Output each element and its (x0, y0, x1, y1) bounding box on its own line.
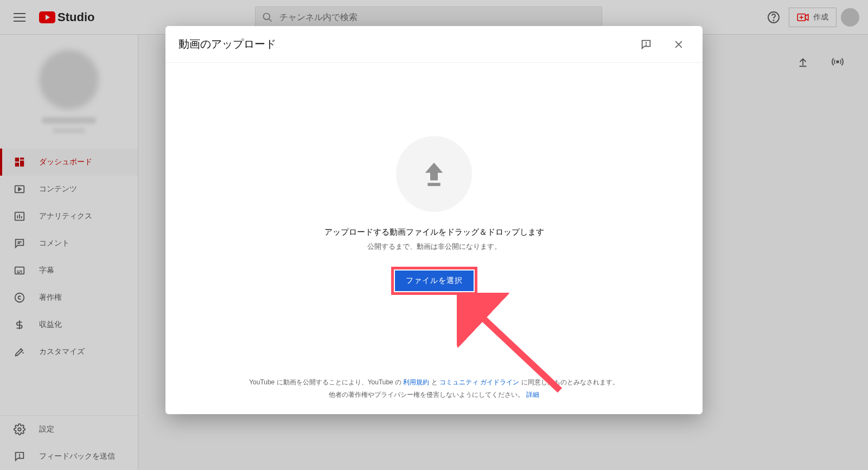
menu-button[interactable] (9, 7, 30, 28)
sidebar-item-label: 字幕 (39, 266, 54, 275)
logo[interactable]: Studio (39, 10, 94, 24)
sidebar-item-copyright[interactable]: 著作権 (0, 284, 138, 311)
sidebar-item-subtitles[interactable]: 字幕 (0, 257, 138, 284)
upload-drag-message: アップロードする動画ファイルをドラッグ＆ドロップします (324, 227, 544, 237)
sidebar-item-label: フィードバックを送信 (39, 452, 115, 461)
monetization-icon (13, 318, 26, 331)
content-top-icons (792, 51, 848, 73)
account-avatar[interactable] (841, 8, 859, 27)
sidebar-item-label: カスタマイズ (39, 347, 85, 357)
sidebar-item-label: コメント (39, 239, 69, 248)
sidebar: ダッシュボード コンテンツ アナリティクス コメント (0, 35, 138, 470)
logo-text: Studio (58, 10, 94, 24)
sidebar-item-analytics[interactable]: アナリティクス (0, 203, 138, 230)
settings-icon (13, 423, 26, 436)
svg-rect-6 (20, 160, 24, 166)
dashboard-icon (13, 156, 26, 169)
channel-name-placeholder (42, 117, 96, 124)
create-camera-icon (797, 13, 809, 22)
create-label: 作成 (813, 12, 828, 22)
svg-rect-7 (15, 163, 19, 166)
sidebar-item-content[interactable]: コンテンツ (0, 176, 138, 203)
upload-arrow-icon (797, 56, 809, 68)
modal-header: 動画のアップロード (165, 26, 703, 63)
search-wrap (103, 7, 754, 28)
sidebar-item-label: 収益化 (39, 320, 62, 330)
footer-text: と (431, 378, 438, 386)
sidebar-item-settings[interactable]: 設定 (0, 416, 138, 443)
svg-point-11 (15, 293, 24, 302)
svg-point-13 (19, 457, 20, 458)
guidelines-link[interactable]: コミュニティ ガイドライン (439, 378, 519, 386)
upload-shortcut-button[interactable] (792, 51, 814, 73)
upload-drop-circle[interactable] (396, 136, 472, 212)
svg-point-12 (18, 428, 21, 431)
upload-modal: 動画のアップロード アップロードする動画ファイルをドラッグ＆ドロップします 公開… (165, 26, 703, 414)
footer-text: に同意したものとみなされます。 (521, 378, 619, 386)
svg-point-14 (837, 61, 839, 63)
sidebar-item-label: 設定 (39, 424, 54, 434)
footer-text: YouTube に動画を公開することにより、YouTube の (249, 378, 401, 386)
content-icon (13, 183, 26, 196)
select-file-button[interactable]: ファイルを選択 (395, 271, 474, 291)
copyright-icon (13, 291, 26, 304)
svg-point-15 (646, 44, 646, 45)
analytics-icon (13, 210, 26, 223)
search-input[interactable] (279, 12, 595, 22)
select-button-highlight: ファイルを選択 (391, 267, 477, 295)
svg-rect-5 (20, 158, 24, 160)
sidebar-item-feedback[interactable]: フィードバックを送信 (0, 443, 138, 470)
help-icon (767, 11, 780, 24)
sidebar-item-monetization[interactable]: 収益化 (0, 311, 138, 338)
channel-avatar[interactable] (39, 50, 99, 110)
header-right: 作成 (763, 7, 859, 28)
more-link[interactable]: 詳細 (526, 391, 539, 398)
svg-point-2 (773, 20, 774, 20)
tos-link[interactable]: 利用規約 (403, 378, 429, 386)
modal-footer: YouTube に動画を公開することにより、YouTube の 利用規約 と コ… (165, 368, 703, 414)
help-button[interactable] (763, 7, 784, 28)
modal-body[interactable]: アップロードする動画ファイルをドラッグ＆ドロップします 公開するまで、動画は非公… (165, 63, 703, 368)
create-button[interactable]: 作成 (789, 8, 837, 27)
nav: ダッシュボード コンテンツ アナリティクス コメント (0, 149, 138, 415)
footer-text: 他者の著作権やプライバシー権を侵害しないようにしてください。 (329, 391, 524, 398)
go-live-button[interactable] (827, 51, 848, 73)
sidebar-item-comments[interactable]: コメント (0, 230, 138, 257)
close-icon (673, 39, 684, 50)
sidebar-item-dashboard[interactable]: ダッシュボード (0, 149, 138, 176)
comments-icon (13, 237, 26, 250)
svg-rect-16 (427, 183, 440, 186)
feedback-icon (640, 38, 652, 50)
close-button[interactable] (668, 34, 690, 55)
upload-icon (419, 159, 449, 189)
channel-sub-placeholder (53, 128, 85, 133)
feedback-modal-button[interactable] (635, 34, 657, 55)
upload-private-message: 公開するまで、動画は非公開になります。 (367, 242, 501, 252)
modal-title: 動画のアップロード (178, 37, 276, 51)
subtitles-icon (13, 264, 26, 277)
search-box[interactable] (255, 7, 602, 28)
sidebar-item-label: コンテンツ (39, 184, 77, 194)
nav-bottom: 設定 フィードバックを送信 (0, 415, 138, 470)
feedback-icon (13, 450, 26, 463)
live-icon (831, 56, 845, 68)
svg-point-0 (264, 13, 270, 20)
search-icon (262, 12, 273, 23)
customize-icon (13, 345, 26, 358)
sidebar-item-customize[interactable]: カスタマイズ (0, 338, 138, 365)
sidebar-item-label: アナリティクス (39, 211, 92, 221)
sidebar-item-label: 著作権 (39, 293, 62, 302)
svg-rect-4 (15, 158, 19, 162)
youtube-play-icon (39, 11, 55, 23)
channel-header (0, 41, 138, 149)
sidebar-item-label: ダッシュボード (39, 157, 92, 167)
hamburger-icon (14, 13, 25, 22)
